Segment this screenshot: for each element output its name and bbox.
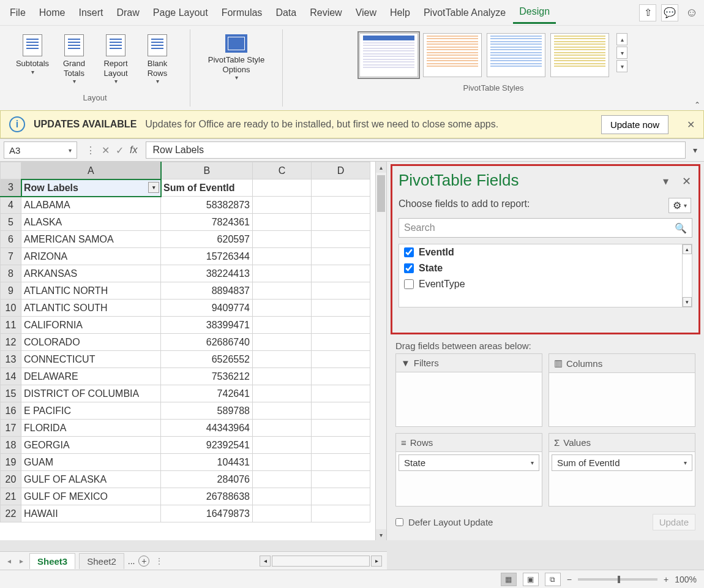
row-header[interactable]: 6: [1, 231, 21, 248]
cell[interactable]: ALABAMA: [21, 197, 161, 214]
formula-input[interactable]: Row Labels: [146, 141, 686, 159]
cell[interactable]: 104431: [161, 454, 253, 471]
field-search-input[interactable]: Search 🔍: [399, 218, 692, 238]
row-header[interactable]: 3: [1, 179, 21, 197]
scroll-down-icon[interactable]: ▾: [376, 529, 386, 540]
tab-file[interactable]: File: [4, 2, 32, 23]
cell[interactable]: [312, 197, 370, 214]
cell[interactable]: [253, 471, 312, 488]
cell[interactable]: ALASKA: [21, 214, 161, 231]
cell[interactable]: 7824361: [161, 214, 253, 231]
cell[interactable]: 6526552: [161, 351, 253, 368]
rows-area[interactable]: ≡Rows State ▾: [395, 433, 542, 507]
cell[interactable]: GUAM: [21, 454, 161, 471]
cell[interactable]: [253, 265, 312, 282]
tab-draw[interactable]: Draw: [110, 2, 145, 23]
cell[interactable]: [312, 351, 370, 368]
pane-options-icon[interactable]: ▾: [663, 175, 668, 188]
cell[interactable]: [312, 437, 370, 454]
cell[interactable]: [312, 488, 370, 505]
cell[interactable]: [253, 231, 312, 248]
cell[interactable]: 92392541: [161, 437, 253, 454]
cell[interactable]: [253, 368, 312, 385]
field-checkbox[interactable]: [404, 263, 414, 273]
horizontal-scrollbar[interactable]: [272, 556, 370, 567]
cell[interactable]: [312, 248, 370, 265]
scrollbar-thumb[interactable]: [377, 175, 385, 212]
column-header-A[interactable]: A: [21, 162, 161, 179]
cell[interactable]: [253, 197, 312, 214]
sheet-opts-icon[interactable]: ⋮: [153, 557, 165, 565]
sheet-tab[interactable]: Sheet2: [79, 553, 124, 569]
page-break-view-button[interactable]: ⧉: [545, 573, 561, 586]
cell[interactable]: [312, 368, 370, 385]
cell[interactable]: 62686740: [161, 334, 253, 351]
cell[interactable]: 8894837: [161, 282, 253, 300]
scroll-up-icon[interactable]: ▴: [376, 162, 386, 173]
column-header-D[interactable]: D: [312, 162, 370, 179]
cell[interactable]: 589788: [161, 402, 253, 420]
cell[interactable]: [312, 179, 370, 197]
update-close-icon[interactable]: ✕: [687, 119, 695, 130]
cell-B3[interactable]: Sum of EventId: [161, 179, 253, 197]
cell[interactable]: [253, 214, 312, 231]
tab-home[interactable]: Home: [33, 2, 72, 23]
sheet-tab-active[interactable]: Sheet3: [29, 553, 75, 569]
row-header[interactable]: 11: [1, 317, 21, 334]
cell[interactable]: COLORADO: [21, 334, 161, 351]
spreadsheet-grid[interactable]: A B C D 3 Row Labels ▾ Sum of EventId 4A…: [0, 162, 370, 522]
field-item[interactable]: State: [399, 260, 692, 276]
cell[interactable]: [253, 437, 312, 454]
cell[interactable]: 7536212: [161, 368, 253, 385]
tab-view[interactable]: View: [350, 2, 383, 23]
page-layout-view-button[interactable]: ▣: [523, 573, 539, 586]
hscroll-left[interactable]: ◂: [260, 556, 271, 567]
row-header[interactable]: 13: [1, 351, 21, 368]
cell[interactable]: [312, 334, 370, 351]
cell[interactable]: [253, 454, 312, 471]
feedback-icon[interactable]: ☺: [683, 4, 700, 21]
cell[interactable]: [253, 248, 312, 265]
grand-totals-button[interactable]: Grand Totals ▾: [55, 32, 93, 93]
tab-help[interactable]: Help: [384, 2, 416, 23]
cell[interactable]: ATLANTIC NORTH: [21, 282, 161, 300]
normal-view-button[interactable]: ▦: [501, 573, 517, 586]
row-header[interactable]: 16: [1, 402, 21, 420]
pivottable-style-options-button[interactable]: PivotTable Style Options ▾: [200, 32, 273, 93]
row-header[interactable]: 7: [1, 248, 21, 265]
vertical-scrollbar[interactable]: ▴ ▾: [375, 162, 386, 540]
row-header[interactable]: 12: [1, 334, 21, 351]
cell[interactable]: E PACIFIC: [21, 402, 161, 420]
defer-layout-checkbox[interactable]: [395, 518, 403, 526]
styles-scroll-up[interactable]: ▴: [616, 33, 627, 45]
cancel-formula-icon[interactable]: ✕: [102, 145, 110, 156]
field-item[interactable]: EventId: [399, 244, 692, 260]
cell[interactable]: [253, 179, 312, 197]
cell[interactable]: [253, 402, 312, 420]
cell[interactable]: [312, 282, 370, 300]
field-scroll-down[interactable]: ▾: [683, 297, 692, 307]
cell[interactable]: ARKANSAS: [21, 265, 161, 282]
field-scroll-up[interactable]: ▴: [683, 244, 692, 254]
styles-more[interactable]: ▾: [616, 60, 627, 72]
cell[interactable]: 16479873: [161, 505, 253, 522]
cell[interactable]: [312, 471, 370, 488]
tab-data[interactable]: Data: [269, 2, 302, 23]
cell[interactable]: [253, 282, 312, 300]
cell[interactable]: [312, 300, 370, 317]
field-item[interactable]: EventType: [399, 276, 692, 292]
tab-review[interactable]: Review: [304, 2, 348, 23]
tab-insert[interactable]: Insert: [72, 2, 109, 23]
tab-page-layout[interactable]: Page Layout: [147, 2, 214, 23]
cell[interactable]: 58382873: [161, 197, 253, 214]
row-header[interactable]: 19: [1, 454, 21, 471]
cell[interactable]: [312, 454, 370, 471]
row-header[interactable]: 9: [1, 282, 21, 300]
cell[interactable]: 15726344: [161, 248, 253, 265]
formula-expand-icon[interactable]: ▾: [689, 145, 700, 155]
name-box[interactable]: A3 ▾: [4, 141, 77, 159]
row-header[interactable]: 21: [1, 488, 21, 505]
row-header[interactable]: 17: [1, 420, 21, 437]
update-now-button[interactable]: Update now: [601, 115, 668, 134]
blank-rows-button[interactable]: Blank Rows ▾: [138, 32, 176, 93]
